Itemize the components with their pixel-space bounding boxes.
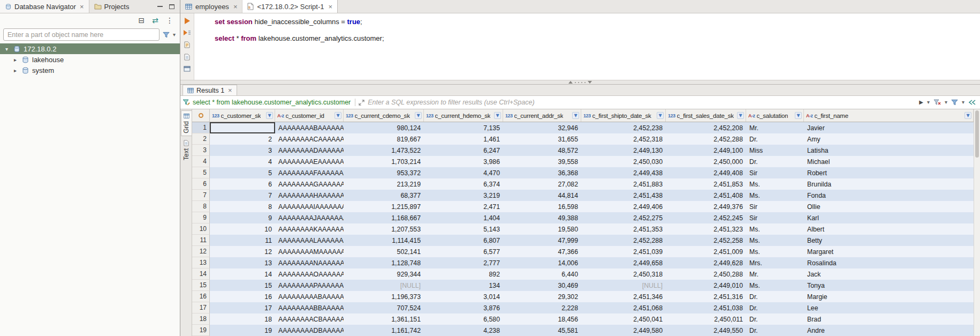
chevron-down-icon[interactable]: ▾ [927, 100, 930, 105]
grid-cell[interactable]: AAAAAAAACAAAAAAA [275, 133, 344, 145]
row-number[interactable]: 9 [192, 212, 210, 223]
tab-script-1[interactable]: S <172.18.0.2> Script-1 × [242, 0, 338, 13]
grid-cell[interactable]: 4,470 [424, 167, 503, 178]
row-number[interactable]: 18 [192, 313, 210, 325]
grid-cell[interactable]: 2,452,318 [581, 133, 666, 145]
grid-cell[interactable]: 2,451,408 [666, 190, 746, 201]
grid-cell[interactable]: 48,572 [503, 145, 581, 156]
grid-cell[interactable]: AAAAAAAABBAAAAAA [275, 302, 344, 313]
grid-cell[interactable]: Rosalinda [804, 257, 974, 268]
grid-cell[interactable]: 707,524 [344, 302, 424, 313]
sort-dropdown-icon[interactable]: ▼ [795, 112, 802, 119]
grid-cell[interactable]: AAAAAAAAPAAAAAAA [275, 280, 344, 291]
grid-cell[interactable]: 14,006 [503, 257, 581, 268]
grid-cell[interactable]: 2,451,883 [581, 178, 666, 190]
grid-cell[interactable]: 68,377 [344, 190, 424, 201]
grid-cell[interactable]: Dr. [746, 313, 804, 325]
tree-item-system[interactable]: ▸system [0, 65, 180, 76]
object-search-input[interactable] [3, 28, 159, 41]
grid-cell[interactable]: Dr. [746, 133, 804, 145]
sort-dropdown-icon[interactable]: ▼ [657, 112, 664, 119]
grid-cell[interactable]: 1,128,748 [344, 257, 424, 268]
grid-cell[interactable]: 2,450,000 [666, 156, 746, 167]
grid-cell[interactable]: Sir [746, 167, 804, 178]
grid-cell[interactable]: 1,196,373 [344, 291, 424, 302]
tab-projects[interactable]: Projects [89, 0, 134, 13]
grid-cell[interactable]: 2,452,288 [581, 235, 666, 246]
grid-cell[interactable]: 2,452,238 [581, 122, 666, 133]
row-number[interactable]: 17 [192, 302, 210, 313]
grid-cell[interactable]: 12 [210, 246, 275, 257]
grid-cell[interactable]: AAAAAAAAKAAAAAAA [275, 223, 344, 235]
grid-cell[interactable]: Brad [804, 313, 974, 325]
grid-cell[interactable]: 2,451,068 [581, 302, 666, 313]
select-all-corner[interactable] [192, 109, 210, 122]
grid-cell[interactable]: Dr. [746, 156, 804, 167]
grid-cell[interactable]: 4 [210, 156, 275, 167]
close-icon[interactable]: × [228, 87, 232, 94]
grid-cell[interactable]: Dr. [746, 325, 804, 336]
grid-cell[interactable]: 980,124 [344, 122, 424, 133]
tab-grid-view[interactable]: Grid [181, 110, 192, 136]
grid-cell[interactable]: 9 [210, 212, 275, 223]
sort-dropdown-icon[interactable]: ▼ [266, 112, 273, 119]
expander-closed-icon[interactable]: ▸ [12, 57, 19, 63]
grid-cell[interactable]: 2,451,353 [581, 223, 666, 235]
view-menu-icon[interactable]: ⋮ [166, 17, 173, 24]
grid-cell[interactable]: 134 [424, 280, 503, 291]
grid-cell[interactable]: 929,344 [344, 268, 424, 280]
sort-dropdown-icon[interactable]: ▼ [964, 112, 971, 119]
sort-dropdown-icon[interactable]: ▼ [572, 112, 579, 119]
tree-item-172-18-0-2[interactable]: ▾172.18.0.2 [0, 43, 180, 54]
filter-expression-input[interactable]: Enter a SQL expression to filter results… [364, 99, 915, 106]
custom-filter-icon[interactable] [951, 99, 958, 106]
grid-cell[interactable]: 19 [210, 325, 275, 336]
grid-cell[interactable]: 7 [210, 190, 275, 201]
grid-cell[interactable]: 2,450,288 [666, 268, 746, 280]
grid-cell[interactable]: 1,215,897 [344, 201, 424, 212]
grid-cell[interactable]: 213,219 [344, 178, 424, 190]
grid-cell[interactable]: 13 [210, 257, 275, 268]
row-number[interactable]: 19 [192, 325, 210, 336]
row-number[interactable]: 5 [192, 167, 210, 178]
grid-cell[interactable]: 2,449,550 [666, 325, 746, 336]
grid-cell[interactable]: Lee [804, 302, 974, 313]
grid-cell[interactable]: 49,388 [503, 212, 581, 223]
grid-cell[interactable]: 3,014 [424, 291, 503, 302]
filter-funnel-icon[interactable] [163, 32, 170, 38]
grid-cell[interactable]: 5 [210, 167, 275, 178]
execute-statement-button[interactable] [185, 18, 190, 24]
grid-cell[interactable]: 3 [210, 145, 275, 156]
grid-cell[interactable]: 39,558 [503, 156, 581, 167]
grid-cell[interactable]: Javier [804, 122, 974, 133]
row-number[interactable]: 12 [192, 246, 210, 257]
grid-cell[interactable]: 44,814 [503, 190, 581, 201]
grid-cell[interactable]: AAAAAAAADBAAAAAA [275, 325, 344, 336]
row-number[interactable]: 15 [192, 280, 210, 291]
grid-cell[interactable]: 953,372 [344, 167, 424, 178]
grid-cell[interactable]: AAAAAAAAMAAAAAAA [275, 246, 344, 257]
grid-cell[interactable]: 2,451,346 [581, 291, 666, 302]
sort-dropdown-icon[interactable]: ▼ [335, 112, 341, 119]
row-number[interactable]: 4 [192, 156, 210, 167]
grid-cell[interactable]: Ollie [804, 201, 974, 212]
row-number[interactable]: 16 [192, 291, 210, 302]
column-header-c_first_shipto_date_sk[interactable]: 123c_first_shipto_date_sk▼ [581, 109, 666, 122]
grid-cell[interactable]: 6,580 [424, 313, 503, 325]
grid-cell[interactable]: 6,807 [424, 235, 503, 246]
column-header-c_salutation[interactable]: A-zc_salutation▼ [746, 109, 804, 122]
column-header-c_current_addr_sk[interactable]: 123c_current_addr_sk▼ [503, 109, 581, 122]
grid-cell[interactable]: 14 [210, 268, 275, 280]
grid-cell[interactable]: 4,238 [424, 325, 503, 336]
column-header-c_first_name[interactable]: A-zc_first_name▼ [804, 109, 974, 122]
grid-cell[interactable]: Ms. [746, 246, 804, 257]
tab-database-navigator[interactable]: Database Navigator × [0, 0, 89, 13]
grid-cell[interactable]: 2,450,030 [581, 156, 666, 167]
grid-cell[interactable]: 2,450,318 [581, 268, 666, 280]
grid-cell[interactable]: AAAAAAAAGAAAAAAA [275, 178, 344, 190]
grid-cell[interactable]: 2,449,130 [581, 145, 666, 156]
grid-cell[interactable]: Fonda [804, 190, 974, 201]
grid-cell[interactable]: AAAAAAAAJAAAAAAA [275, 212, 344, 223]
grid-cell[interactable]: Andre [804, 325, 974, 336]
grid-cell[interactable]: 36,368 [503, 167, 581, 178]
